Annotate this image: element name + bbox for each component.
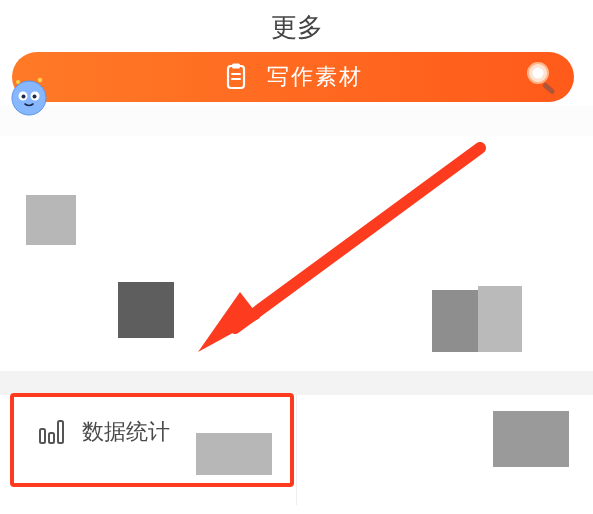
search-icon[interactable] (521, 56, 563, 102)
gray-block (118, 282, 174, 338)
bottom-menu: 数据统计 (0, 395, 593, 505)
svg-point-9 (33, 95, 37, 99)
bar-chart-icon (38, 419, 66, 445)
gray-block (196, 433, 272, 475)
page-root: 更多 写作素材 (0, 0, 593, 514)
writing-material-button[interactable]: 写作素材 (12, 52, 574, 102)
gray-block (478, 286, 522, 352)
gray-block (26, 195, 76, 245)
spacer-strip (0, 106, 593, 136)
menu-item-data-statistics[interactable]: 数据统计 (0, 395, 297, 505)
svg-point-8 (22, 95, 26, 99)
gray-block (493, 411, 569, 467)
svg-point-11 (38, 78, 42, 82)
svg-point-13 (533, 68, 544, 79)
svg-point-10 (16, 80, 20, 84)
gray-block (432, 290, 478, 352)
svg-rect-0 (228, 66, 244, 88)
page-title: 更多 (0, 10, 593, 45)
svg-rect-15 (40, 429, 45, 443)
section-divider (0, 371, 593, 395)
content-canvas (0, 136, 593, 371)
menu-item-label: 数据统计 (82, 417, 170, 447)
mascot-icon (6, 72, 52, 118)
svg-rect-14 (542, 82, 556, 95)
document-icon (223, 63, 249, 91)
menu-item-secondary[interactable] (297, 395, 593, 505)
svg-rect-16 (49, 433, 54, 443)
svg-rect-17 (58, 421, 63, 443)
writing-material-label: 写作素材 (267, 62, 363, 92)
svg-rect-1 (232, 64, 240, 69)
